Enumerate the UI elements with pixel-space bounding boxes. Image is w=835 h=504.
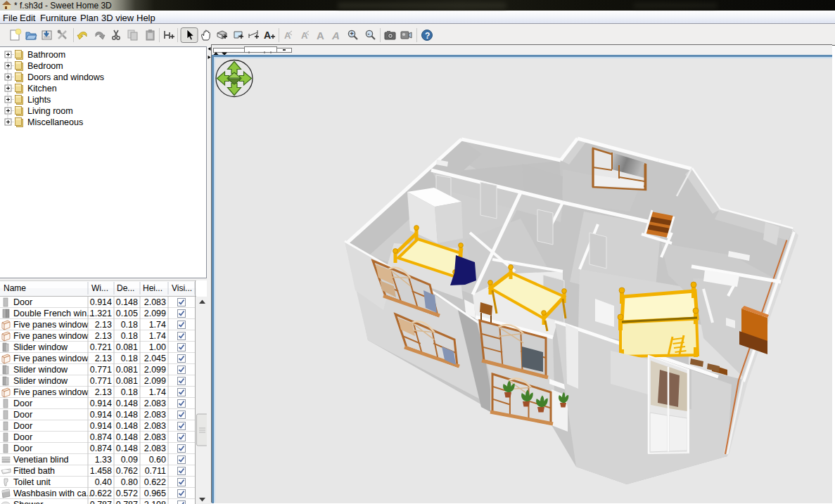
svg-text:0.721: 0.721 — [90, 342, 112, 352]
svg-text:Slider window: Slider window — [13, 342, 68, 352]
svg-text:1.321: 1.321 — [90, 309, 112, 318]
svg-text:0.572: 0.572 — [116, 489, 138, 498]
svg-text:2.099: 2.099 — [144, 309, 166, 318]
svg-text:Venetian blind: Venetian blind — [13, 455, 69, 465]
svg-text:0.148: 0.148 — [116, 444, 138, 453]
svg-text:0.09: 0.09 — [121, 455, 138, 465]
svg-text:2.045: 2.045 — [144, 354, 166, 363]
svg-text:2.099: 2.099 — [144, 365, 166, 375]
svg-text:0.80: 0.80 — [121, 477, 138, 487]
svg-text:2.108: 2.108 — [144, 500, 166, 504]
svg-text:Slider window: Slider window — [13, 376, 68, 386]
svg-text:0.148: 0.148 — [116, 399, 138, 408]
svg-text:0.771: 0.771 — [90, 376, 112, 386]
svg-text:2.13: 2.13 — [95, 320, 112, 330]
svg-text:-: - — [367, 30, 369, 37]
svg-text:0.18: 0.18 — [121, 331, 138, 341]
svg-text:A: A — [331, 30, 340, 41]
svg-text:0.787: 0.787 — [116, 500, 138, 504]
svg-text:Washbasin with ca...: Washbasin with ca... — [13, 489, 94, 498]
svg-text:Door: Door — [13, 432, 32, 442]
svg-text:0.081: 0.081 — [116, 376, 138, 386]
svg-text:Door: Door — [13, 421, 32, 431]
svg-text:2.083: 2.083 — [144, 421, 166, 431]
svg-text:0.148: 0.148 — [116, 421, 138, 431]
svg-text:0.914: 0.914 — [90, 421, 112, 431]
svg-text:2.13: 2.13 — [95, 387, 112, 397]
svg-text:0.148: 0.148 — [116, 410, 138, 420]
svg-text:0.622: 0.622 — [90, 489, 112, 498]
svg-text:Visi...: Visi... — [172, 283, 192, 293]
svg-text:0.914: 0.914 — [90, 410, 112, 420]
svg-text:Door: Door — [13, 297, 32, 307]
svg-text:1.74: 1.74 — [149, 387, 166, 397]
svg-text:0.18: 0.18 — [121, 387, 138, 397]
svg-text:A: A — [264, 30, 271, 41]
svg-text:1.33: 1.33 — [95, 455, 112, 465]
svg-text:0.622: 0.622 — [144, 477, 166, 487]
svg-text:2.13: 2.13 — [95, 331, 112, 341]
svg-text:De...: De... — [117, 283, 134, 293]
svg-text:Fitted bath: Fitted bath — [13, 466, 55, 476]
svg-text:Name: Name — [4, 283, 26, 293]
svg-text:0.18: 0.18 — [121, 354, 138, 363]
svg-text:Miscellaneous: Miscellaneous — [27, 117, 83, 127]
svg-text:1.458: 1.458 — [90, 466, 112, 476]
svg-text:0.914: 0.914 — [90, 297, 112, 307]
svg-text:Bathroom: Bathroom — [27, 50, 65, 60]
svg-text:0.787: 0.787 — [90, 500, 112, 504]
svg-text:2.083: 2.083 — [144, 444, 166, 453]
svg-text:Bedroom: Bedroom — [27, 61, 63, 71]
svg-text:A: A — [317, 30, 324, 41]
svg-text:0.711: 0.711 — [145, 466, 166, 476]
svg-text:0.771: 0.771 — [90, 365, 112, 375]
svg-text:Wi...: Wi... — [91, 283, 108, 293]
svg-text:?: ? — [425, 31, 430, 41]
svg-text:0.105: 0.105 — [116, 309, 138, 318]
svg-text:Five panes window: Five panes window — [13, 320, 89, 330]
svg-text:Kitchen: Kitchen — [27, 84, 57, 93]
svg-text:0.914: 0.914 — [90, 399, 112, 408]
svg-text:0.18: 0.18 — [121, 320, 138, 330]
svg-text:1.74: 1.74 — [149, 331, 166, 341]
svg-text:0.148: 0.148 — [116, 432, 138, 442]
svg-text:0.081: 0.081 — [116, 365, 138, 375]
svg-text:Hei...: Hei... — [143, 283, 162, 293]
svg-text:Doors and windows: Doors and windows — [27, 72, 104, 82]
svg-text:1.74: 1.74 — [149, 320, 166, 330]
svg-text:0.874: 0.874 — [90, 444, 112, 453]
svg-text:Toilet unit: Toilet unit — [13, 477, 51, 487]
svg-text:+: + — [350, 30, 353, 37]
svg-text:Door: Door — [13, 444, 32, 453]
svg-text:0.40: 0.40 — [95, 477, 112, 487]
svg-text:0.081: 0.081 — [116, 342, 138, 352]
svg-text:Double French win...: Double French win... — [13, 309, 94, 318]
svg-text:2.083: 2.083 — [144, 432, 166, 442]
svg-text:Living room: Living room — [27, 106, 73, 116]
svg-text:Slider window: Slider window — [13, 365, 68, 375]
svg-text:Door: Door — [13, 399, 32, 408]
svg-text:0.965: 0.965 — [144, 489, 166, 498]
svg-text:0.874: 0.874 — [90, 432, 112, 442]
svg-text:Five panes window: Five panes window — [13, 354, 89, 363]
svg-text:1.00: 1.00 — [149, 342, 166, 352]
svg-text:Door: Door — [13, 410, 32, 420]
svg-text:Five panes window: Five panes window — [13, 387, 89, 397]
svg-text:Shower: Shower — [13, 500, 43, 504]
svg-text:0.762: 0.762 — [116, 466, 138, 476]
svg-text:Five panes window: Five panes window — [13, 331, 89, 341]
svg-text:2.099: 2.099 — [144, 376, 166, 386]
svg-text:2.083: 2.083 — [144, 410, 166, 420]
svg-text:2.083: 2.083 — [144, 399, 166, 408]
svg-text:0.60: 0.60 — [149, 455, 166, 465]
svg-text:2.083: 2.083 — [144, 297, 166, 307]
svg-text:0.148: 0.148 — [116, 297, 138, 307]
svg-text:2.13: 2.13 — [95, 354, 112, 363]
svg-text:Lights: Lights — [27, 95, 51, 105]
